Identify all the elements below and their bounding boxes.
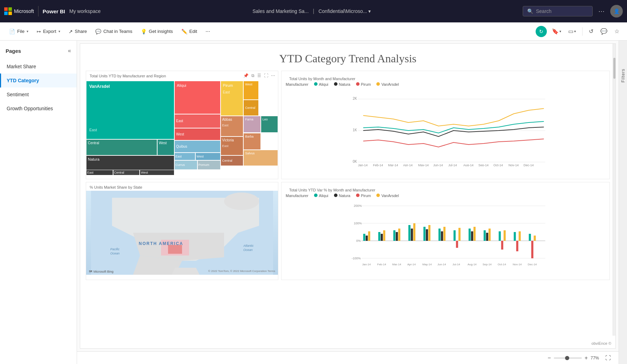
treemap-barba[interactable]: Barba <box>243 133 260 150</box>
report-credit: obviEnce © <box>592 341 611 345</box>
export-button[interactable]: ↦ Export ▾ <box>33 27 64 36</box>
treemap-quibus[interactable]: Quibus <box>174 140 221 153</box>
treemap-currus[interactable]: Currus <box>174 160 197 170</box>
zoom-in-button[interactable]: + <box>585 355 588 361</box>
svg-rect-38 <box>383 230 385 241</box>
treemap-sublabel: East <box>221 90 243 95</box>
filter-icon[interactable]: ☰ <box>257 73 261 78</box>
share-button[interactable]: ↗ Share <box>65 27 91 36</box>
file-caret-icon: ▾ <box>27 29 28 33</box>
bar-chart: Total Units YTD Var % by Month and Manuf… <box>281 182 610 280</box>
more-options-button[interactable]: ⋯ <box>595 6 607 16</box>
star-icon: ☆ <box>614 28 619 35</box>
more-icon[interactable]: ⋯ <box>271 73 275 78</box>
reload-button[interactable]: ↺ <box>587 27 595 36</box>
map-title: % Units Market Share by State <box>86 182 278 191</box>
svg-text:Jun-14: Jun-14 <box>438 263 446 266</box>
treemap-victoria[interactable]: Victoria East <box>221 136 244 155</box>
treemap-aliqui-east[interactable]: East <box>174 114 221 128</box>
treemap-leo[interactable]: Leo <box>261 116 278 133</box>
fullscreen-button[interactable]: ⛶ <box>603 354 613 363</box>
scrollbar-thumb[interactable] <box>613 58 615 79</box>
treemap-aliqui-west[interactable]: West <box>174 128 221 140</box>
file-button[interactable]: 📄 File ▾ <box>6 27 32 36</box>
refresh-button[interactable]: ↻ <box>536 26 547 37</box>
svg-text:Dec-14: Dec-14 <box>528 263 537 266</box>
treemap-label: Aliqui <box>175 81 220 90</box>
more-button[interactable]: ⋯ <box>202 27 214 36</box>
favorite-button[interactable]: ☆ <box>612 27 621 36</box>
svg-text:Sep-14: Sep-14 <box>479 163 489 166</box>
get-insights-button[interactable]: 💡 Get insights <box>137 27 176 36</box>
treemap-salvus[interactable]: Salvus <box>243 150 278 166</box>
sidebar-item-sentiment[interactable]: Sentiment <box>0 88 77 102</box>
svg-rect-35 <box>368 231 370 241</box>
chevron-down-icon[interactable]: ▾ <box>368 8 371 14</box>
svg-rect-64 <box>516 241 518 251</box>
svg-rect-45 <box>424 227 426 241</box>
report-title-area: Sales and Marketing Sa... | Confidential… <box>105 8 518 14</box>
top-navigation: Microsoft Power BI My workspace Sales an… <box>0 0 627 22</box>
treemap-natura-east[interactable]: East <box>86 170 113 175</box>
bar-legend-manufacturer: Manufacturer <box>286 194 308 198</box>
sidebar-title: Pages <box>6 48 21 54</box>
svg-rect-46 <box>426 229 428 241</box>
svg-text:May-14: May-14 <box>423 263 432 266</box>
sidebar-collapse-button[interactable]: « <box>68 48 71 54</box>
reload-icon: ↺ <box>589 28 593 35</box>
treemap-quibus-east[interactable]: East <box>174 153 195 160</box>
treemap-natura-west[interactable]: West <box>140 170 174 175</box>
svg-text:Feb-14: Feb-14 <box>373 163 383 166</box>
user-avatar[interactable]: 👤 <box>610 5 623 18</box>
file-icon: 📄 <box>9 29 15 34</box>
zoom-slider[interactable] <box>554 357 582 359</box>
toolbar-right: ↻ 🔖 ▾ ▭ ▾ ↺ 💬 ☆ <box>536 26 621 37</box>
treemap-natura-central[interactable]: Central <box>113 170 140 175</box>
svg-rect-58 <box>486 233 488 241</box>
treemap-pomum[interactable]: Pomum <box>197 160 221 170</box>
workspace-label[interactable]: My workspace <box>69 8 100 14</box>
view-button[interactable]: ▭ ▾ <box>566 27 578 36</box>
pin-icon[interactable]: 📌 <box>243 73 249 78</box>
treemap-sublabel: East <box>221 123 243 128</box>
treemap-pirum-west[interactable]: West <box>243 81 259 100</box>
chat-in-teams-button[interactable]: 💬 Chat in Teams <box>92 27 136 36</box>
svg-text:Nov-14: Nov-14 <box>513 263 522 266</box>
powerbi-brand: Power BI <box>43 8 65 14</box>
svg-rect-37 <box>381 234 383 241</box>
svg-text:NORTH AMERICA: NORTH AMERICA <box>139 241 183 246</box>
svg-rect-44 <box>413 223 416 241</box>
bookmark-button[interactable]: 🔖 ▾ <box>550 27 563 36</box>
treemap-chart: Total Units YTD by Manufacturer and Regi… <box>86 71 278 179</box>
teams-icon: 💬 <box>95 29 101 34</box>
comment-button[interactable]: 💬 <box>598 27 609 36</box>
zoom-out-button[interactable]: − <box>548 355 551 361</box>
treemap-cell-vanarsdel-central[interactable]: Central <box>86 139 157 155</box>
treemap-quibus-west[interactable]: West <box>195 153 220 160</box>
svg-rect-52 <box>456 241 458 248</box>
treemap-cell-vanarsdel-west[interactable]: West <box>157 139 174 155</box>
expand-icon[interactable]: ⛶ <box>264 73 268 78</box>
filters-panel[interactable]: Filters <box>619 41 627 364</box>
pages-sidebar: Pages « Market Share YTD Category Sentim… <box>0 41 77 364</box>
treemap-cell-aliqui[interactable]: Aliqui <box>174 81 221 114</box>
svg-text:Jan-14: Jan-14 <box>358 163 368 166</box>
treemap-cell-vanarsdel[interactable]: VanArsdel East <box>86 81 174 139</box>
edit-button[interactable]: ✏️ Edit <box>178 27 201 36</box>
zoom-thumb[interactable] <box>565 356 569 360</box>
treemap-farna[interactable]: Farna <box>243 116 260 133</box>
bing-credit: 🗺 <box>89 270 92 273</box>
sidebar-item-ytd-category[interactable]: YTD Category <box>0 74 77 88</box>
treemap-abbas[interactable]: Abbas East <box>221 116 244 136</box>
treemap-pirum-central[interactable]: Central <box>243 100 259 116</box>
search-box[interactable]: 🔍 Search <box>523 6 593 16</box>
legend-aliqui: Aliqui <box>314 82 328 86</box>
copy-icon[interactable]: ⧉ <box>251 73 255 78</box>
sidebar-item-growth[interactable]: Growth Opportunities <box>0 102 77 115</box>
treemap-label: Abbas <box>221 116 243 123</box>
treemap-victoria-central[interactable]: Central <box>221 155 244 166</box>
sidebar-item-market-share[interactable]: Market Share <box>0 59 77 74</box>
svg-rect-57 <box>484 230 486 241</box>
vertical-scrollbar[interactable] <box>613 44 615 336</box>
treemap-pirum-east[interactable]: Pirum East <box>221 81 244 116</box>
